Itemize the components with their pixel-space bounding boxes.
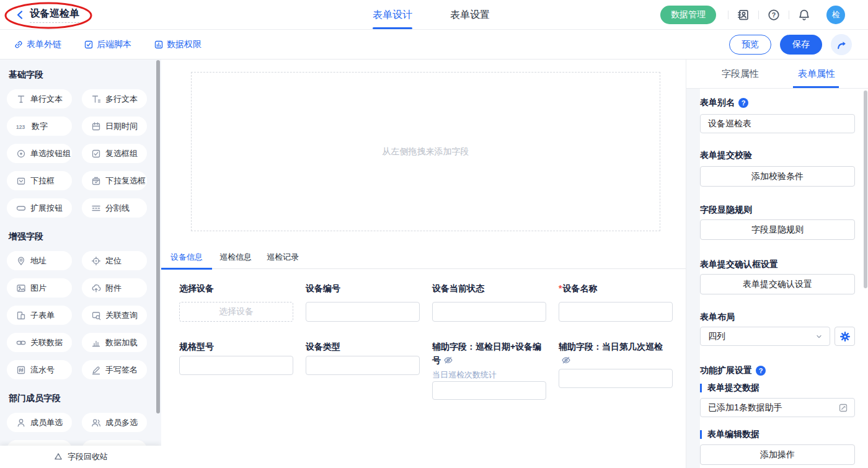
field-type-数据加载[interactable]: 数据加载	[82, 333, 147, 352]
form-title[interactable]: 设备巡检单	[30, 7, 79, 23]
link-icon	[14, 40, 24, 50]
field-label: 辅助字段：当日第几次巡检	[559, 340, 673, 367]
field-label: 辅助字段：巡检日期+设备编号	[432, 340, 546, 367]
active-tab-underline	[793, 86, 839, 88]
sidebar-group-title: 部门成员字段	[9, 393, 161, 405]
field-type-附件[interactable]: 附件	[82, 278, 147, 298]
divider	[789, 11, 789, 19]
field-type-复选框组[interactable]: 复选框组	[82, 144, 147, 163]
field-input-2[interactable]	[432, 302, 546, 322]
panel-button-2[interactable]: 字段显隐规则	[700, 219, 855, 240]
data-assistant-box[interactable]: 已添加1条数据助手	[700, 398, 855, 417]
panel-section: 表单提交校验添加校验条件	[700, 149, 855, 187]
panel-section: 表单提交数据已添加1条数据助手	[700, 382, 855, 417]
sidebar-scrollbar[interactable]	[156, 60, 160, 413]
field-input-3[interactable]	[559, 302, 673, 322]
panel-scrollbar[interactable]	[864, 91, 867, 288]
panel-section: 表单布局四列	[700, 311, 855, 346]
field-type-成员单选[interactable]: 成员单选	[7, 413, 72, 432]
panel-section-label: 表单布局	[700, 311, 855, 324]
properties-panel: 字段属性 表单属性 表单别名?设备巡检表 表单提交校验添加校验条件 字段显隐规则…	[686, 60, 868, 468]
panel-section: 功能扩展设置?	[700, 364, 855, 377]
preview-button[interactable]: 预览	[729, 35, 771, 55]
canvas-tab-0[interactable]: 设备信息	[161, 249, 212, 268]
share-button[interactable]	[831, 34, 852, 55]
form-field: 设备类型	[306, 340, 420, 375]
help-icon[interactable]: ?	[738, 98, 748, 108]
field-type-定位[interactable]: 定位	[82, 251, 147, 270]
canvas-tab-2[interactable]: 巡检记录	[259, 249, 306, 268]
panel-button-3[interactable]: 表单提交确认设置	[700, 274, 855, 294]
save-button[interactable]: 保存	[780, 35, 822, 55]
field-recycle-bin[interactable]: 字段回收站	[0, 446, 161, 468]
field-type-下拉框[interactable]: 下拉框	[7, 171, 72, 190]
help-icon[interactable]: ?	[756, 366, 766, 376]
edit-icon[interactable]	[838, 403, 848, 413]
field-input-5[interactable]	[306, 356, 420, 375]
panel-section-label: 功能扩展设置?	[700, 364, 855, 377]
eye-off-icon	[561, 355, 571, 365]
field-type-手写签名[interactable]: 手写签名	[82, 360, 147, 379]
field-input-7[interactable]	[559, 369, 673, 388]
field-input-6[interactable]	[432, 381, 546, 400]
field-input-1[interactable]	[306, 302, 420, 322]
form-canvas: 从左侧拖拽来添加字段 设备信息巡检信息巡检记录 选择设备选择设备设备编号设备当前…	[161, 60, 686, 468]
avatar[interactable]: 检	[826, 6, 845, 24]
layout-gear-button[interactable]	[835, 327, 855, 346]
member-icon	[16, 418, 26, 428]
members-icon	[91, 418, 101, 428]
field-type-关联查询[interactable]: 关联查询	[82, 306, 147, 325]
subform-icon	[16, 311, 26, 320]
bell-icon[interactable]	[798, 9, 810, 21]
help-icon[interactable]: ?	[768, 9, 780, 21]
image-icon	[16, 283, 26, 293]
textarea-icon	[91, 94, 101, 104]
field-input-4[interactable]	[179, 356, 293, 375]
form-field: 设备当前状态	[432, 281, 546, 322]
field-type-单选按钮组[interactable]: 单选按钮组	[7, 144, 72, 163]
field-type-关联数据[interactable]: 关联数据	[7, 333, 72, 352]
field-type-子表单[interactable]: 子表单	[7, 306, 72, 325]
canvas-tabs: 设备信息巡检信息巡检记录	[161, 249, 686, 269]
toolbar-link-0[interactable]: 表单外链	[14, 39, 61, 50]
toolbar-link-1[interactable]: 后端脚本	[84, 39, 131, 50]
field-type-图片[interactable]: 图片	[7, 278, 72, 298]
tab-form-properties[interactable]: 表单属性	[798, 60, 835, 88]
layout-select[interactable]: 四列	[700, 327, 830, 346]
divider	[728, 11, 728, 19]
panel-section-label: 表单提交确认框设置	[700, 258, 855, 271]
panel-button-1[interactable]: 添加校验条件	[700, 166, 855, 187]
tab-field-properties[interactable]: 字段属性	[722, 60, 759, 88]
field-type-扩展按钮[interactable]: 扩展按钮	[7, 198, 72, 218]
tab-form-design[interactable]: 表单设计	[373, 0, 412, 30]
select-icon	[16, 176, 26, 186]
field-input-0[interactable]: 选择设备	[179, 302, 293, 322]
back-icon[interactable]	[16, 10, 24, 20]
form-alias-input[interactable]: 设备巡检表	[700, 114, 855, 133]
field-library-sidebar: 基础字段 单行文本 多行文本 123 数字 日期时间 单选按钮组 复选框组 下拉…	[0, 60, 161, 468]
field-type-单行文本[interactable]: 单行文本	[7, 89, 72, 108]
field-type-流水号[interactable]: 流水号	[7, 360, 72, 379]
contacts-icon[interactable]	[737, 9, 750, 21]
tab-form-settings[interactable]: 表单设置	[450, 0, 490, 30]
toolbar-link-2[interactable]: 数据权限	[154, 39, 202, 50]
field-type-成员多选[interactable]: 成员多选	[82, 413, 147, 432]
drop-zone[interactable]: 从左侧拖拽来添加字段	[191, 72, 660, 231]
recycle-icon	[53, 452, 63, 462]
serial-icon	[16, 365, 26, 375]
top-header: 设备巡检单 表单设计 表单设置 数据管理 ? 检	[0, 0, 868, 30]
linkquery-icon	[91, 311, 101, 320]
field-type-多行文本[interactable]: 多行文本	[82, 89, 147, 108]
panel-button-7[interactable]: 添加操作	[700, 444, 855, 465]
field-type-下拉复选框[interactable]: 下拉复选框	[82, 171, 147, 190]
field-type-日期时间[interactable]: 日期时间	[82, 117, 147, 136]
field-type-分割线[interactable]: 分割线	[82, 198, 147, 218]
panel-section: 表单编辑数据添加操作	[700, 428, 855, 465]
form-field: 辅助字段：巡检日期+设备编号当日巡检次数统计	[432, 340, 546, 400]
form-designer-app: 设备巡检单 表单设计 表单设置 数据管理 ? 检 表单外链 后端脚本 数据权限 …	[0, 0, 868, 468]
data-manage-button[interactable]: 数据管理	[660, 6, 716, 24]
field-type-地址[interactable]: 地址	[7, 251, 72, 270]
canvas-tab-1[interactable]: 巡检信息	[212, 249, 259, 268]
field-type-数字[interactable]: 123 数字	[7, 117, 72, 136]
button-icon	[16, 203, 26, 213]
